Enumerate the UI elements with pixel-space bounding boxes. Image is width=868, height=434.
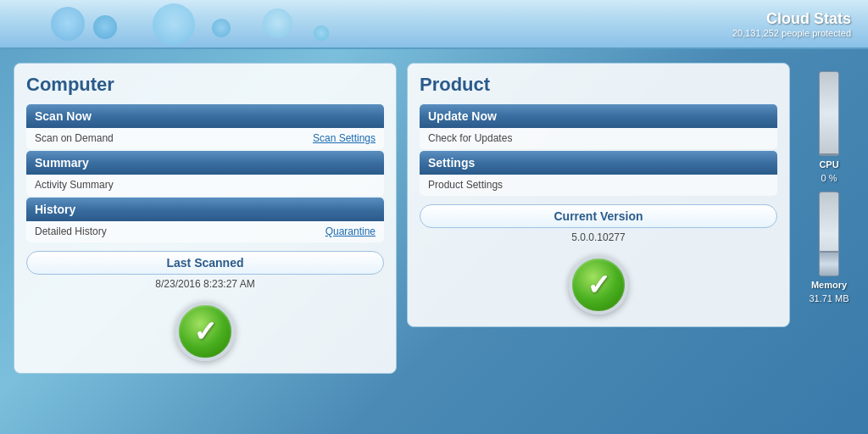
summary-sub: Activity Summary [26, 175, 384, 196]
update-now-button[interactable]: Update Now [420, 104, 777, 128]
computer-panel-title: Computer [26, 74, 384, 96]
orb-4 [212, 19, 231, 37]
settings-item: Settings Product Settings [420, 151, 777, 196]
memory-bar-outer [819, 192, 839, 276]
scan-on-demand-label: Scan on Demand [35, 132, 114, 144]
orb-5 [263, 8, 292, 38]
product-panel: Product Update Now Check for Updates Set… [407, 63, 790, 327]
orb-6 [314, 25, 329, 41]
sidebar-meters: CPU 0 % Memory 31.71 MB [800, 63, 858, 303]
memory-meter: Memory 31.71 MB [809, 192, 849, 303]
history-sub: Detailed History Quarantine [26, 221, 384, 242]
product-panel-title: Product [420, 74, 777, 96]
cpu-meter: CPU 0 % [819, 71, 839, 183]
history-button[interactable]: History [26, 198, 384, 221]
header-orbs [0, 0, 509, 49]
summary-item: Summary Activity Summary [26, 151, 384, 196]
header-banner: Cloud Stats 20,131,252 people protected [0, 0, 868, 49]
cpu-bar-outer [819, 71, 839, 156]
memory-value: 31.71 MB [809, 293, 849, 303]
update-now-item: Update Now Check for Updates [420, 104, 777, 149]
cloud-stats: Cloud Stats 20,131,252 people protected [732, 10, 851, 38]
settings-button[interactable]: Settings [420, 151, 777, 175]
computer-check-container [26, 302, 384, 361]
cloud-stats-title: Cloud Stats [732, 10, 851, 28]
update-now-sub: Check for Updates [420, 128, 777, 149]
memory-label: Memory [811, 280, 847, 290]
scan-settings-link[interactable]: Scan Settings [313, 132, 376, 144]
computer-checkmark-icon [175, 302, 235, 361]
scan-now-button[interactable]: Scan Now [26, 104, 384, 128]
cloud-stats-sub: 20,131,252 people protected [732, 28, 851, 38]
cpu-bar-fill [820, 153, 838, 155]
cpu-label: CPU [819, 159, 838, 170]
computer-panel: Computer Scan Now Scan on Demand Scan Se… [14, 63, 397, 374]
history-item: History Detailed History Quarantine [26, 198, 384, 242]
cpu-value: 0 % [821, 173, 837, 183]
orb-2 [93, 15, 117, 39]
current-version-box: Current Version [420, 204, 777, 228]
orb-1 [51, 7, 85, 41]
product-settings-label: Product Settings [428, 179, 503, 191]
orb-3 [153, 3, 195, 46]
check-for-updates-label: Check for Updates [428, 132, 512, 144]
product-check-container [420, 255, 777, 314]
activity-summary-label: Activity Summary [35, 179, 114, 191]
detailed-history-label: Detailed History [35, 225, 107, 237]
last-scanned-value: 8/23/2016 8:23:27 AM [26, 278, 384, 290]
scan-now-sub: Scan on Demand Scan Settings [26, 128, 384, 149]
summary-button[interactable]: Summary [26, 151, 384, 175]
product-checkmark-icon [569, 255, 628, 314]
last-scanned-box: Last Scanned [26, 251, 384, 275]
current-version-value: 5.0.0.10277 [420, 231, 777, 243]
settings-sub: Product Settings [420, 175, 777, 196]
quarantine-link[interactable]: Quarantine [326, 225, 376, 237]
main-content: Computer Scan Now Scan on Demand Scan Se… [0, 49, 868, 434]
memory-bar-fill [820, 251, 838, 275]
scan-now-item: Scan Now Scan on Demand Scan Settings [26, 104, 384, 149]
